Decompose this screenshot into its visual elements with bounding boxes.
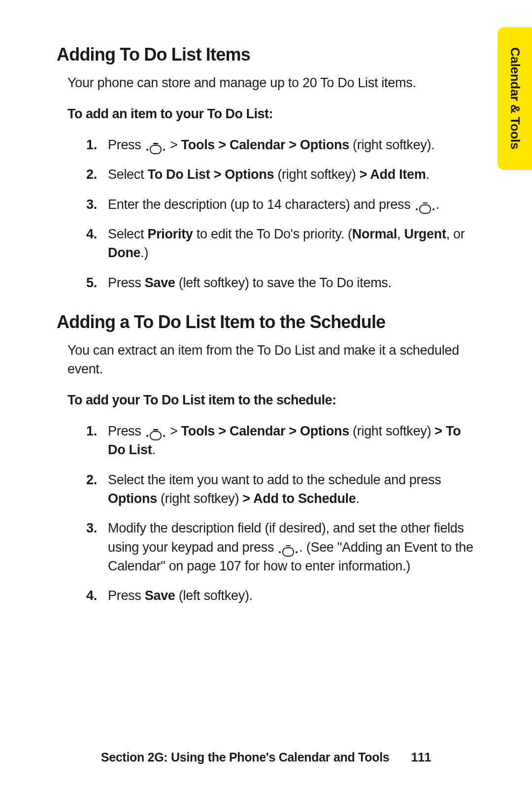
steps-b: 1. Press > Tools > Calendar > Options (r…: [57, 422, 478, 605]
list-item: 3. Modify the description field (if desi…: [86, 519, 478, 575]
step-number: 3.: [86, 195, 108, 214]
list-item: 1. Press > Tools > Calendar > Options (r…: [86, 422, 478, 460]
list-item: 4. Select Priority to edit the To Do's p…: [86, 225, 478, 263]
step-number: 4.: [86, 225, 108, 263]
heading-adding-todo-list-items: Adding To Do List Items: [57, 44, 478, 65]
intro-a: Your phone can store and manage up to 20…: [57, 74, 478, 93]
page: Calendar & Tools Adding To Do List Items…: [0, 0, 532, 605]
step-number: 2.: [86, 165, 108, 184]
list-item: 4. Press Save (left softkey).: [86, 586, 478, 605]
list-item: 3. Enter the description (up to 14 chara…: [86, 195, 478, 214]
side-tab-label: Calendar & Tools: [507, 47, 523, 149]
nav-key-icon: [146, 431, 165, 440]
step-body: Enter the description (up to 14 characte…: [108, 195, 478, 214]
side-tab: Calendar & Tools: [498, 27, 532, 170]
footer-section-title: Section 2G: Using the Phone's Calendar a…: [101, 750, 390, 765]
step-body: Press Save (left softkey).: [108, 586, 478, 605]
step-number: 3.: [86, 519, 108, 575]
step-number: 1.: [86, 422, 108, 460]
nav-key-icon: [279, 547, 298, 557]
steps-a: 1. Press > Tools > Calendar > Options (r…: [57, 135, 478, 292]
step-body: Select To Do List > Options (right softk…: [108, 165, 478, 184]
step-body: Select Priority to edit the To Do's prio…: [108, 225, 478, 263]
nav-key-icon: [146, 145, 165, 154]
lead-b: To add your To Do List item to the sched…: [57, 393, 478, 408]
step-body: Press Save (left softkey) to save the To…: [108, 273, 478, 292]
nav-key-icon: [416, 204, 434, 214]
step-body: Press > Tools > Calendar > Options (righ…: [108, 135, 478, 155]
page-footer: Section 2G: Using the Phone's Calendar a…: [0, 750, 532, 765]
step-number: 1.: [86, 135, 108, 155]
lead-a: To add an item to your To Do List:: [57, 106, 478, 122]
list-item: 2. Select the item you want to add to th…: [86, 470, 478, 508]
step-body: Press > Tools > Calendar > Options (righ…: [108, 422, 478, 460]
list-item: 1. Press > Tools > Calendar > Options (r…: [86, 135, 478, 155]
heading-adding-todo-to-schedule: Adding a To Do List Item to the Schedule: [57, 312, 478, 332]
list-item: 5. Press Save (left softkey) to save the…: [86, 273, 478, 292]
step-number: 5.: [86, 273, 108, 292]
step-body: Modify the description field (if desired…: [108, 519, 478, 575]
page-number: 111: [411, 750, 431, 765]
step-body: Select the item you want to add to the s…: [108, 470, 478, 508]
intro-b: You can extract an item from the To Do L…: [57, 341, 478, 379]
step-number: 4.: [86, 586, 108, 605]
step-number: 2.: [86, 470, 108, 508]
list-item: 2. Select To Do List > Options (right so…: [86, 165, 478, 184]
